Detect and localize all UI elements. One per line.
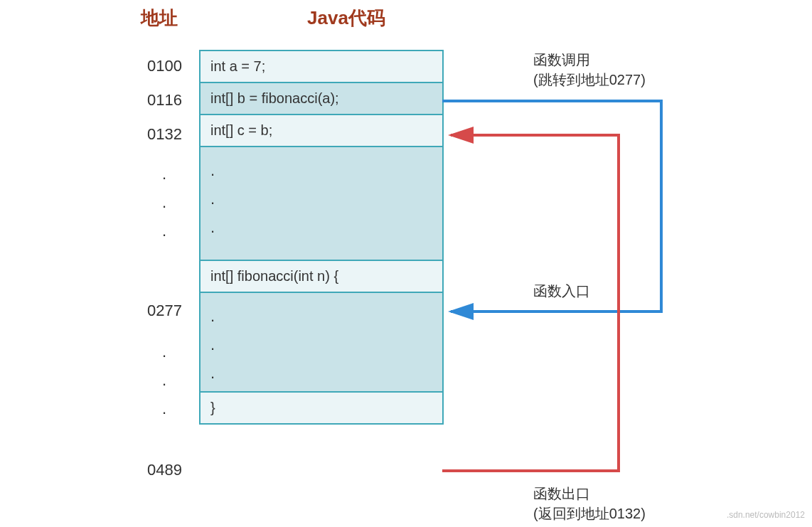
annot-exit: 函数出口 (返回到地址0132) xyxy=(533,484,646,523)
addr-0132: 0132 xyxy=(139,125,182,144)
addr-dots-1: ··· xyxy=(162,164,166,249)
row-0277: int[] fibonacci(int n) { xyxy=(201,261,442,293)
addr-0116: 0116 xyxy=(139,91,182,110)
watermark: .sdn.net/cowbin2012 xyxy=(727,510,805,520)
addr-0277: 0277 xyxy=(139,302,182,320)
row-gap-1: ··· xyxy=(201,147,442,261)
header-code: Java代码 xyxy=(307,6,385,31)
row-0100: int a = 7; xyxy=(201,51,442,83)
header-address: 地址 xyxy=(141,6,178,31)
addr-dots-2: ··· xyxy=(162,341,166,427)
row-0489: } xyxy=(201,393,442,425)
row-0116: int[] b = fibonacci(a); xyxy=(201,83,442,115)
addr-0489: 0489 xyxy=(139,461,182,479)
addr-0100: 0100 xyxy=(139,57,182,75)
annot-call: 函数调用 (跳转到地址0277) xyxy=(533,50,646,90)
annot-entry: 函数入口 xyxy=(533,281,590,301)
code-table: int a = 7; int[] b = fibonacci(a); int[]… xyxy=(199,50,444,425)
row-gap-2: ··· xyxy=(201,293,442,393)
row-0132: int[] c = b; xyxy=(201,115,442,147)
